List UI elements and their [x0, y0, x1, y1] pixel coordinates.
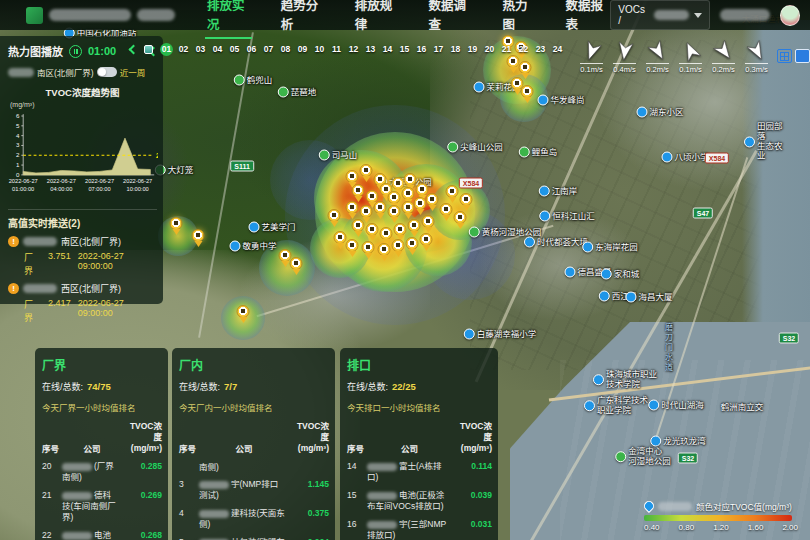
hour-10[interactable]: 10 — [313, 43, 326, 56]
table-row[interactable]: 4建科技(天面东侧)0.375 — [179, 508, 329, 530]
timeline-layers-icon[interactable] — [144, 45, 153, 54]
table-row[interactable]: 15电池(正极涂布车间VOCs排放口)0.039 — [347, 490, 492, 512]
monitor-station-marker[interactable] — [446, 185, 459, 198]
tab-数据调查[interactable]: 数据调查 — [427, 0, 474, 39]
row-value: 0.285 — [122, 461, 162, 471]
hour-23[interactable]: 23 — [534, 43, 547, 56]
tab-数据报表[interactable]: 数据报表 — [564, 0, 611, 39]
hour-01[interactable]: 01 — [160, 43, 173, 56]
hour-05[interactable]: 05 — [228, 43, 241, 56]
monitor-station-marker[interactable] — [360, 164, 373, 177]
push-item[interactable]: ! 西区(北侧厂界) 厂界 2.417 2022-06-27 09:00:00 — [8, 282, 157, 324]
legend-ticks: 0.400.801.201.602.00 — [644, 523, 798, 532]
station-name-redacted — [8, 68, 34, 77]
col-company: 公司 — [199, 442, 289, 454]
pause-button[interactable] — [69, 45, 82, 58]
hour-17[interactable]: 17 — [432, 43, 445, 56]
username-redacted — [720, 9, 770, 21]
panel-title: 厂界 — [42, 356, 162, 373]
monitor-station-marker[interactable] — [426, 193, 439, 206]
tab-排放规律[interactable]: 排放规律 — [353, 0, 400, 39]
table-row[interactable]: 16宇(三部NMP排放口)0.031 — [347, 519, 492, 540]
tab-趋势分析[interactable]: 趋势分析 — [279, 0, 326, 39]
hour-02[interactable]: 02 — [177, 43, 190, 56]
hour-04[interactable]: 04 — [211, 43, 224, 56]
tab-排放实况[interactable]: 排放实况 — [205, 0, 252, 39]
wind-arrow-icon — [581, 40, 603, 62]
hour-20[interactable]: 20 — [483, 43, 496, 56]
timeline-prev-icon[interactable] — [129, 44, 139, 54]
table-row[interactable]: 22电池(北侧厂界)0.268 — [42, 530, 162, 540]
hour-13[interactable]: 13 — [364, 43, 377, 56]
monitor-station-marker[interactable] — [380, 227, 393, 240]
tab-热力图[interactable]: 热力图 — [500, 0, 536, 39]
map-roadmap-button[interactable] — [777, 49, 792, 63]
monitor-station-marker[interactable] — [394, 223, 407, 236]
svg-text:2: 2 — [156, 152, 158, 159]
monitor-station-marker[interactable] — [360, 205, 373, 218]
hour-09[interactable]: 09 — [296, 43, 309, 56]
table-row[interactable]: 3宇(NMP排口测试)1.145 — [179, 479, 329, 501]
hour-19[interactable]: 19 — [466, 43, 479, 56]
monitor-station-marker[interactable] — [406, 237, 419, 250]
vocs-selector-dropdown[interactable]: VOCs / — [610, 0, 709, 30]
monitor-station-marker[interactable] — [454, 211, 467, 224]
monitor-station-marker[interactable] — [346, 201, 359, 214]
monitor-station-marker[interactable] — [388, 205, 401, 218]
vocs-label: VOCs / — [618, 4, 649, 26]
hour-08[interactable]: 08 — [279, 43, 292, 56]
table-row[interactable]: 20(厂界南侧)0.285 — [42, 461, 162, 483]
compare-toggle[interactable] — [97, 67, 117, 77]
company-redacted — [62, 463, 92, 471]
hour-24[interactable]: 24 — [551, 43, 564, 56]
wind-speed-label: 0.1m/s — [580, 63, 603, 74]
monitor-station-marker[interactable] — [404, 173, 417, 186]
map-satellite-button[interactable] — [795, 49, 810, 63]
row-company: 建科技(天面东侧) — [199, 508, 289, 530]
hour-15[interactable]: 15 — [398, 43, 411, 56]
monitor-station-marker[interactable] — [237, 305, 250, 318]
monitor-station-marker[interactable] — [519, 61, 532, 74]
hour-22[interactable]: 22 — [517, 43, 530, 56]
col-value: TVOC浓度(mg/m³) — [122, 421, 162, 454]
monitor-station-marker[interactable] — [352, 219, 365, 232]
monitor-station-marker[interactable] — [334, 231, 347, 244]
hour-06[interactable]: 06 — [245, 43, 258, 56]
hour-12[interactable]: 12 — [347, 43, 360, 56]
monitor-station-marker[interactable] — [366, 223, 379, 236]
monitor-station-marker[interactable] — [422, 215, 435, 228]
monitor-station-marker[interactable] — [192, 229, 205, 242]
hour-18[interactable]: 18 — [449, 43, 462, 56]
monitor-station-marker[interactable] — [352, 184, 365, 197]
monitor-station-marker[interactable] — [290, 257, 303, 270]
voc-monitoring-dashboard: 中国石化加油站大涌口渔村鹤兜山琵琶地司马山大灯笼大雁山公园尖峰山公园茉莉花园艺美… — [0, 0, 810, 540]
hour-03[interactable]: 03 — [194, 43, 207, 56]
timeline-hours: 0102030405060708091011121314151617181920… — [160, 43, 564, 56]
monitor-station-marker[interactable] — [420, 233, 433, 246]
hour-14[interactable]: 14 — [381, 43, 394, 56]
monitor-station-marker[interactable] — [402, 187, 415, 200]
hour-11[interactable]: 11 — [330, 43, 343, 56]
monitor-station-marker[interactable] — [440, 203, 453, 216]
hour-21[interactable]: 21 — [500, 43, 513, 56]
monitor-station-marker[interactable] — [378, 243, 391, 256]
monitor-station-marker[interactable] — [460, 193, 473, 206]
table-row[interactable]: 14富士(A栋排口)0.114 — [347, 461, 492, 483]
legend-tick: 0.80 — [679, 523, 695, 532]
monitor-station-marker[interactable] — [392, 239, 405, 252]
monitor-station-marker[interactable] — [170, 217, 183, 230]
table-row[interactable]: 21德科技(车间南侧厂界)0.269 — [42, 490, 162, 523]
monitor-station-marker[interactable] — [362, 241, 375, 254]
monitor-station-marker[interactable] — [328, 209, 341, 222]
hour-16[interactable]: 16 — [415, 43, 428, 56]
monitor-station-marker[interactable] — [521, 85, 534, 98]
monitor-station-marker[interactable] — [346, 170, 359, 183]
monitor-station-marker[interactable] — [408, 219, 421, 232]
monitor-station-marker[interactable] — [374, 201, 387, 214]
hour-07[interactable]: 07 — [262, 43, 275, 56]
wind-speed-label: 0.3m/s — [745, 63, 768, 74]
monitor-station-marker[interactable] — [346, 239, 359, 252]
push-item[interactable]: ! 南区(北侧厂界) 厂界 3.751 2022-06-27 09:00:00 — [8, 235, 157, 277]
monitor-station-marker[interactable] — [388, 191, 401, 204]
user-avatar[interactable] — [780, 5, 800, 26]
